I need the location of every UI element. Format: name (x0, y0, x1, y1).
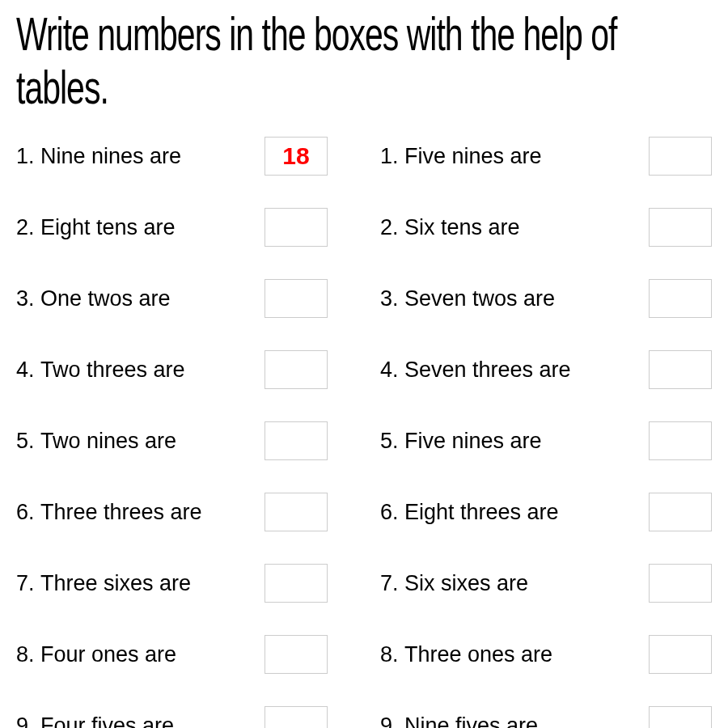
answer-input[interactable] (265, 493, 328, 531)
question-row: 3. Seven twos are (380, 263, 712, 334)
question-number: 9. (380, 713, 404, 729)
answer-input[interactable] (649, 421, 712, 460)
question-number: 1. (380, 144, 404, 169)
question-row: 6. Three threes are (16, 476, 348, 548)
question-row: 9. Nine fives are (380, 690, 712, 728)
answer-input[interactable] (649, 137, 712, 176)
question-number: 7. (16, 571, 40, 596)
question-row: 7. Three sixes are (16, 548, 348, 619)
question-number: 7. (380, 571, 404, 596)
column-left: 1. Nine nines are 2. Eight tens are 3. O… (16, 121, 348, 728)
question-number: 5. (16, 429, 40, 454)
question-row: 9. Four fives are (16, 690, 348, 728)
answer-input[interactable] (265, 421, 328, 460)
question-number: 8. (380, 642, 404, 667)
answer-input[interactable] (649, 208, 712, 247)
question-row: 2. Eight tens are (16, 192, 348, 263)
question-row: 7. Six sixes are (380, 548, 712, 619)
answer-input[interactable] (649, 706, 712, 728)
answer-input[interactable] (649, 350, 712, 389)
answer-input[interactable] (649, 564, 712, 603)
answer-input[interactable] (265, 279, 328, 318)
question-row: 4. Two threes are (16, 334, 348, 405)
question-row: 8. Four ones are (16, 619, 348, 690)
question-row: 5. Two nines are (16, 405, 348, 476)
question-row: 1. Nine nines are (16, 121, 348, 192)
answer-input[interactable] (649, 493, 712, 531)
question-number: 4. (380, 358, 404, 383)
question-number: 8. (16, 642, 40, 667)
answer-input[interactable] (649, 279, 712, 318)
answer-input[interactable] (649, 635, 712, 674)
answer-input[interactable] (265, 137, 328, 176)
question-row: 5. Five nines are (380, 405, 712, 476)
question-number: 6. (16, 500, 40, 525)
column-right: 1. Five nines are 2. Six tens are 3. Sev… (380, 121, 712, 728)
answer-input[interactable] (265, 706, 328, 728)
answer-input[interactable] (265, 564, 328, 603)
question-number: 9. (16, 713, 40, 729)
question-row: 8. Three ones are (380, 619, 712, 690)
question-number: 6. (380, 500, 404, 525)
worksheet-title: Write numbers in the boxes with the help… (16, 8, 712, 115)
question-row: 3. One twos are (16, 263, 348, 334)
question-row: 1. Five nines are (380, 121, 712, 192)
answer-input[interactable] (265, 208, 328, 247)
answer-input[interactable] (265, 635, 328, 674)
question-number: 3. (16, 286, 40, 311)
question-row: 6. Eight threes are (380, 476, 712, 548)
question-number: 2. (16, 215, 40, 240)
question-row: 4. Seven threes are (380, 334, 712, 405)
question-number: 4. (16, 358, 40, 383)
answer-input[interactable] (265, 350, 328, 389)
question-number: 3. (380, 286, 404, 311)
question-number: 1. (16, 144, 40, 169)
question-row: 2. Six tens are (380, 192, 712, 263)
question-number: 5. (380, 429, 404, 454)
worksheet-columns: 1. Nine nines are 2. Eight tens are 3. O… (16, 121, 712, 728)
question-number: 2. (380, 215, 404, 240)
